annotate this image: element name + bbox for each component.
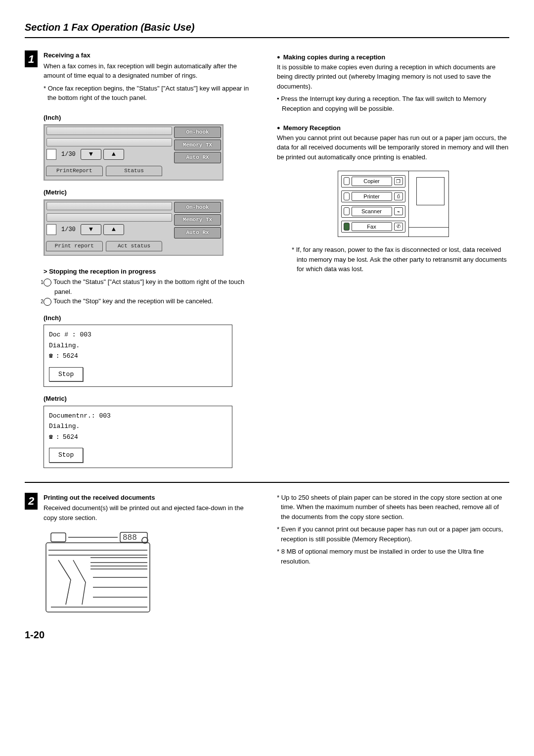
step-2: 2Touch the "Stop" key and the reception …: [44, 296, 257, 306]
stop-panel-metric: Documentnr.: 003 Dialing. : 5624 Stop: [44, 406, 232, 468]
receiving-fax-heading: Receiving a fax: [44, 50, 257, 60]
step-number-2: 2: [25, 493, 38, 510]
step-number-1: 1: [25, 50, 38, 67]
memory-reception-note: * Even if you cannot print out because p…: [277, 524, 509, 544]
inch-label-2: (Inch): [44, 313, 257, 323]
inch-label-1: (Inch): [44, 113, 257, 123]
document-icon: [46, 149, 56, 160]
scanner-icon: ⌁: [394, 207, 403, 215]
divider: [25, 482, 509, 483]
on-hook-button[interactable]: On-hook: [174, 202, 221, 213]
up-arrow-button[interactable]: ▲: [103, 149, 124, 160]
page-count: 1/30: [58, 150, 79, 159]
fax-icon: ✆: [394, 223, 403, 231]
making-copies-heading: Making copies during a reception: [277, 52, 509, 62]
printer-icon: ⎙: [394, 192, 403, 200]
down-arrow-button[interactable]: ▼: [81, 224, 101, 235]
scanner-row[interactable]: Scanner ⌁: [341, 205, 405, 218]
status-key-note: * Once fax reception begins, the "Status…: [44, 84, 257, 103]
auto-rx-button[interactable]: Auto Rx: [174, 227, 221, 238]
ultra-fine-note: * 8 MB of optional memory must be instal…: [277, 547, 509, 566]
making-copies-text: It is possible to make copies even durin…: [277, 62, 509, 92]
down-arrow-button[interactable]: ▼: [81, 149, 101, 160]
up-arrow-button[interactable]: ▲: [103, 224, 124, 235]
printer-row[interactable]: Printer ⎙: [341, 190, 405, 203]
touch-panel-metric: 1/30 ▼ ▲ On-hook Memory Tx Auto Rx Print…: [44, 199, 223, 256]
fax-label: Fax: [352, 222, 392, 232]
print-report-tab[interactable]: PrintReport: [46, 166, 103, 176]
touch-panel-inch: 1/30 ▼ ▲ On-hook Memory TX Auto RX Print…: [44, 124, 223, 181]
device-panel: Copier ❐ Printer ⎙ Scanner ⌁: [338, 171, 449, 237]
metric-label-2: (Metric): [44, 394, 257, 404]
led-icon: [344, 223, 350, 231]
screen-placeholder: [416, 177, 445, 205]
dialing-line: Dialing.: [49, 341, 227, 351]
counter-display: 888: [123, 533, 137, 542]
doc-number-line: Documentnr.: 003: [49, 411, 227, 421]
interrupt-note: • Press the Interrupt key during a recep…: [277, 94, 509, 113]
memory-reception-heading: Memory Reception: [277, 123, 509, 133]
page-count: 1/30: [58, 225, 79, 234]
led-icon: [344, 177, 350, 185]
copier-label: Copier: [352, 177, 392, 186]
stop-panel-inch: Doc # : 003 Dialing. : 5624 Stop: [44, 325, 232, 387]
stop-button[interactable]: Stop: [49, 367, 83, 382]
status-tab[interactable]: Status: [106, 166, 163, 176]
stop-button[interactable]: Stop: [49, 448, 83, 463]
fax-row[interactable]: Fax ✆: [341, 221, 405, 233]
printer-illustration: 888: [44, 530, 152, 617]
stopping-reception-heading: > Stopping the reception in progress: [44, 267, 257, 277]
copier-icon: ❐: [394, 177, 403, 185]
printing-heading: Printing out the received documents: [44, 493, 257, 503]
on-hook-button[interactable]: On-hook: [174, 127, 221, 138]
printing-text: Received document(s) will be printed out…: [44, 503, 257, 522]
printer-label: Printer: [352, 192, 392, 201]
page-number: 1-20: [25, 627, 509, 642]
phone-icon: [49, 432, 53, 442]
memory-tx-button[interactable]: Memory TX: [174, 140, 221, 151]
led-icon: [344, 207, 350, 215]
doc-number-line: Doc # : 003: [49, 330, 227, 340]
sheet-capacity-note: * Up to 250 sheets of plain paper can be…: [277, 493, 509, 522]
led-icon: [344, 192, 350, 200]
phone-icon: [49, 351, 53, 361]
auto-rx-button[interactable]: Auto RX: [174, 152, 221, 163]
print-report-tab[interactable]: Print report: [46, 241, 103, 251]
phone-number-line: : 5624: [49, 351, 227, 361]
copier-row[interactable]: Copier ❐: [341, 175, 405, 188]
section-title: Section 1 Fax Operation (Basic Use): [25, 20, 509, 38]
phone-number-line: : 5624: [49, 432, 227, 442]
memory-reception-text: When you cannot print out because paper …: [277, 133, 509, 162]
pointer-line: [409, 227, 448, 228]
step-1: 1Touch the "Status" ["Act status"] key i…: [44, 277, 257, 296]
receiving-fax-text: When a fax comes in, fax reception will …: [44, 61, 257, 81]
document-icon: [46, 224, 56, 235]
svg-rect-1: [51, 533, 66, 542]
memory-tx-button[interactable]: Memory Tx: [174, 214, 221, 226]
act-status-tab[interactable]: Act status: [106, 241, 163, 251]
scanner-label: Scanner: [352, 207, 392, 216]
metric-label-1: (Metric): [44, 188, 257, 197]
dialing-line: Dialing.: [49, 422, 227, 431]
power-loss-note: * If, for any reason, power to the fax i…: [277, 245, 509, 274]
